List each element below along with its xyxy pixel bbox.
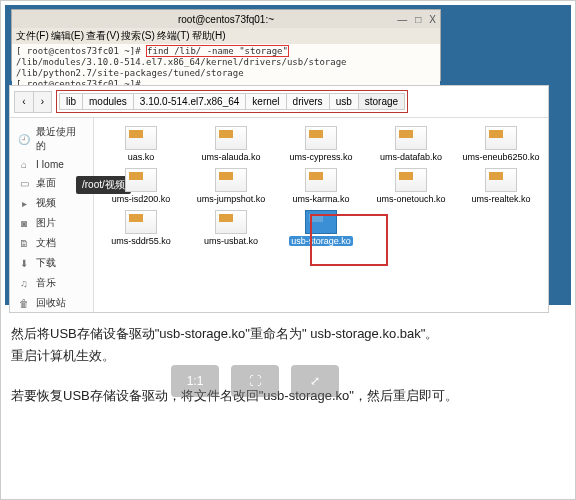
crumb-lib[interactable]: lib	[59, 93, 83, 110]
menu-edit[interactable]: 编辑(E)	[51, 29, 84, 43]
file-label: ums-karma.ko	[292, 194, 349, 204]
close-button[interactable]: X	[429, 14, 436, 25]
file-icon	[125, 210, 157, 234]
file-label: uas.ko	[128, 152, 155, 162]
sidebar-item-label: 文档	[36, 236, 56, 250]
sidebar-item-label: 音乐	[36, 276, 56, 290]
file-item[interactable]: ums-jumpshot.ko	[188, 168, 274, 204]
file-icon	[305, 168, 337, 192]
sidebar-item-recent[interactable]: 🕘最近使用的	[10, 122, 93, 156]
maximize-button[interactable]: □	[415, 14, 421, 25]
nav-back-button[interactable]: ‹	[15, 92, 33, 112]
file-item[interactable]: ums-realtek.ko	[458, 168, 544, 204]
crumb-storage[interactable]: storage	[359, 93, 405, 110]
trash-icon: 🗑	[18, 298, 30, 309]
terminal-title: root@centos73fq01:~	[178, 14, 274, 25]
video-icon: ▸	[18, 198, 30, 209]
file-label: ums-isd200.ko	[112, 194, 171, 204]
fullscreen-button[interactable]: ⤢	[291, 365, 339, 397]
crumb-usb[interactable]: usb	[330, 93, 359, 110]
picture-icon: ◙	[18, 218, 30, 229]
terminal-output: /lib/modules/3.10.0-514.el7.x86_64/kerne…	[16, 57, 436, 68]
terminal-menubar[interactable]: 文件(F) 编辑(E) 查看(V) 搜索(S) 终端(T) 帮助(H)	[12, 28, 440, 44]
file-manager[interactable]: ‹ › lib modules 3.10.0-514.el7.x86_64 ke…	[9, 85, 549, 313]
crumb-kernel[interactable]: kernel	[246, 93, 286, 110]
sidebar-item-videos[interactable]: ▸视频	[10, 193, 93, 213]
sidebar-item-label: 视频	[36, 196, 56, 210]
file-label: ums-eneub6250.ko	[462, 152, 539, 162]
crumb-drivers[interactable]: drivers	[287, 93, 330, 110]
file-icon	[215, 210, 247, 234]
file-label: ums-usbat.ko	[204, 236, 258, 246]
file-icon	[125, 126, 157, 150]
viewer-toolbar: 1:1 ⛶ ⤢	[171, 365, 339, 397]
file-item[interactable]: ums-cypress.ko	[278, 126, 364, 162]
sidebar-item-label: 桌面	[36, 176, 56, 190]
zoom-actual-button[interactable]: 1:1	[171, 365, 219, 397]
sidebar-item-documents[interactable]: 🗎文档	[10, 233, 93, 253]
file-item[interactable]: uas.ko	[98, 126, 184, 162]
file-icon	[485, 126, 517, 150]
terminal-output: /lib/python2.7/site-packages/tuned/stora…	[16, 68, 436, 79]
file-item[interactable]: ums-karma.ko	[278, 168, 364, 204]
menu-terminal[interactable]: 终端(T)	[157, 29, 190, 43]
instruction-line: 重启计算机生效。	[11, 345, 551, 367]
file-item[interactable]: ums-onetouch.ko	[368, 168, 454, 204]
sidebar-item-label: 最近使用的	[36, 125, 85, 153]
sidebar-item-downloads[interactable]: ⬇下载	[10, 253, 93, 273]
file-icon	[395, 126, 427, 150]
breadcrumb: lib modules 3.10.0-514.el7.x86_64 kernel…	[56, 90, 408, 113]
menu-view[interactable]: 查看(V)	[86, 29, 119, 43]
file-label: ums-sddr55.ko	[111, 236, 171, 246]
prompt: [ root@centos73fc01 ~]#	[16, 46, 146, 56]
file-label: ums-jumpshot.ko	[197, 194, 266, 204]
home-icon: ⌂	[18, 159, 30, 170]
sidebar-item-label: 下载	[36, 256, 56, 270]
file-grid[interactable]: uas.ko ums-alauda.ko ums-cypress.ko ums-…	[94, 118, 548, 312]
minimize-button[interactable]: —	[397, 14, 407, 25]
file-icon	[215, 168, 247, 192]
file-label: ums-datafab.ko	[380, 152, 442, 162]
sidebar-item-trash[interactable]: 🗑回收站	[10, 293, 93, 312]
sidebar: 🕘最近使用的 ⌂I Iome ▭桌面 ▸视频 ◙图片 🗎文档 ⬇下载 ♫音乐 🗑…	[10, 118, 94, 312]
file-icon	[395, 168, 427, 192]
desktop-icon: ▭	[18, 178, 30, 189]
file-item[interactable]: ums-usbat.ko	[188, 210, 274, 246]
terminal-titlebar[interactable]: root@centos73fq01:~ — □ X	[12, 10, 440, 28]
file-item[interactable]: ums-eneub6250.ko	[458, 126, 544, 162]
instruction-line: 然后将USB存储设备驱动"usb-storage.ko"重命名为" usb-st…	[11, 323, 551, 345]
fit-window-button[interactable]: ⛶	[231, 365, 279, 397]
crumb-version[interactable]: 3.10.0-514.el7.x86_64	[134, 93, 247, 110]
file-label: ums-onetouch.ko	[376, 194, 445, 204]
file-icon	[305, 210, 337, 234]
file-label: usb-storage.ko	[289, 236, 353, 246]
clock-icon: 🕘	[18, 134, 30, 145]
file-item[interactable]: ums-datafab.ko	[368, 126, 454, 162]
nav-forward-button[interactable]: ›	[33, 92, 51, 112]
menu-search[interactable]: 搜索(S)	[121, 29, 154, 43]
file-label: ums-alauda.ko	[201, 152, 260, 162]
menu-file[interactable]: 文件(F)	[16, 29, 49, 43]
tooltip: /root/视频	[76, 176, 94, 194]
file-icon	[215, 126, 247, 150]
breadcrumb-bar: ‹ › lib modules 3.10.0-514.el7.x86_64 ke…	[10, 86, 548, 118]
download-icon: ⬇	[18, 258, 30, 269]
crumb-modules[interactable]: modules	[83, 93, 134, 110]
file-icon	[305, 126, 337, 150]
file-item[interactable]: ums-sddr55.ko	[98, 210, 184, 246]
file-icon	[485, 168, 517, 192]
file-label: ums-cypress.ko	[289, 152, 352, 162]
sidebar-item-pictures[interactable]: ◙图片	[10, 213, 93, 233]
music-icon: ♫	[18, 278, 30, 289]
document-icon: 🗎	[18, 238, 30, 249]
file-label: ums-realtek.ko	[471, 194, 530, 204]
sidebar-item-music[interactable]: ♫音乐	[10, 273, 93, 293]
file-item-selected[interactable]: usb-storage.ko	[278, 210, 364, 246]
menu-help[interactable]: 帮助(H)	[192, 29, 226, 43]
sidebar-item-label: 回收站	[36, 296, 66, 310]
sidebar-item-home[interactable]: ⌂I Iome	[10, 156, 93, 173]
file-item[interactable]: ums-alauda.ko	[188, 126, 274, 162]
sidebar-item-label: 图片	[36, 216, 56, 230]
command-highlight: find /lib/ -name "storage"	[146, 45, 289, 57]
terminal-window[interactable]: root@centos73fq01:~ — □ X 文件(F) 编辑(E) 查看…	[11, 9, 441, 81]
